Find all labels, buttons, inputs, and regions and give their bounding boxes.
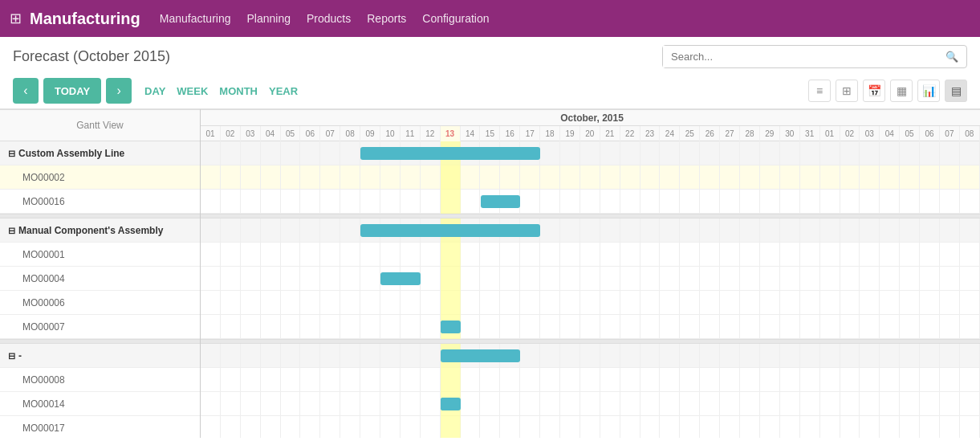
period-day[interactable]: DAY [144, 85, 165, 97]
gantt-cell-5-6 [320, 243, 340, 267]
nav-planning[interactable]: Planning [247, 12, 291, 25]
day-cell-24: 24 [660, 126, 680, 142]
gantt-cell-12-29 [780, 392, 800, 416]
gantt-cell-7-20 [600, 291, 620, 315]
gantt-cell-0-27 [740, 141, 760, 165]
gantt-cell-1-34 [880, 165, 900, 190]
gantt-left-row-1[interactable]: MO00002 [0, 165, 200, 190]
gantt-cell-8-21 [620, 315, 640, 339]
prev-button[interactable]: ‹ [13, 78, 39, 104]
gantt-left-row-6[interactable]: MO00004 [0, 267, 200, 291]
gantt-left-row-13[interactable]: MO00017 [0, 416, 200, 438]
gantt-cell-0-29 [780, 141, 800, 165]
gantt-right-panel[interactable]: October, 2015 01020304050607080910111213… [201, 109, 980, 438]
gantt-cell-1-3 [261, 165, 281, 190]
gantt-cell-0-37 [940, 141, 960, 165]
gantt-cell-13-32 [840, 416, 860, 439]
day-cell-01: 01 [201, 126, 221, 142]
gantt-cell-7-25 [700, 291, 720, 315]
gantt-left-row-0[interactable]: ⊟Custom Assembly Line [0, 141, 200, 165]
gantt-cell-4-6 [320, 218, 340, 243]
nav-reports[interactable]: Reports [367, 12, 406, 25]
gantt-cell-11-9 [380, 368, 401, 392]
gantt-cell-1-13 [461, 165, 481, 190]
gantt-left-row-4[interactable]: ⊟Manual Component's Assembly [0, 218, 200, 243]
gantt-cell-0-28 [760, 141, 780, 165]
gantt-cell-8-1 [221, 315, 241, 339]
gantt-cell-0-32 [840, 141, 860, 165]
gantt-cells-10 [201, 344, 980, 368]
gantt-cell-12-16 [520, 392, 540, 416]
gantt-left-row-5[interactable]: MO00001 [0, 243, 200, 267]
gantt-cell-5-5 [300, 243, 320, 267]
view-chart[interactable]: 📊 [917, 80, 940, 102]
gantt-cell-1-32 [840, 165, 860, 190]
gantt-left-row-11[interactable]: MO00008 [0, 368, 200, 392]
app-grid-icon[interactable]: ⊞ [10, 10, 22, 27]
view-calendar[interactable]: 📅 [863, 80, 885, 102]
gantt-cell-11-38 [960, 368, 980, 392]
gantt-cell-11-4 [281, 368, 301, 392]
gantt-cell-0-3 [261, 141, 281, 165]
search-input[interactable] [663, 46, 937, 67]
period-week[interactable]: WEEK [177, 85, 208, 97]
period-buttons: DAY WEEK MONTH YEAR [144, 85, 298, 97]
gantt-cell-2-11 [421, 190, 441, 214]
view-kanban[interactable]: ⊞ [836, 80, 858, 102]
gantt-cell-11-8 [360, 368, 380, 392]
gantt-cell-7-7 [340, 291, 360, 315]
gantt-cell-7-18 [560, 291, 580, 315]
next-button[interactable]: › [106, 78, 132, 104]
gantt-cell-8-3 [261, 315, 281, 339]
gantt-cell-6-26 [720, 267, 740, 291]
gantt-cell-7-19 [580, 291, 600, 315]
period-year[interactable]: YEAR [269, 85, 298, 97]
gantt-cell-7-17 [540, 291, 560, 315]
gantt-cells-7 [201, 291, 980, 315]
gantt-cell-2-28 [760, 190, 780, 214]
view-table[interactable]: ▦ [890, 80, 913, 102]
gantt-left-row-7[interactable]: MO00006 [0, 291, 200, 315]
day-cell-10: 10 [380, 126, 401, 142]
gantt-cell-1-27 [740, 165, 760, 190]
gantt-cell-4-0 [201, 218, 221, 243]
day-cell-01: 01 [820, 126, 840, 142]
gantt-cell-6-0 [201, 267, 221, 291]
gantt-cell-4-29 [780, 218, 800, 243]
view-list[interactable]: ≡ [808, 80, 831, 102]
gantt-cell-7-4 [281, 291, 301, 315]
gantt-cell-1-7 [340, 165, 360, 190]
gantt-cell-12-22 [640, 392, 661, 416]
gantt-cell-8-14 [480, 315, 500, 339]
gantt-cell-2-2 [241, 190, 261, 214]
gantt-cell-5-12 [441, 243, 461, 267]
gantt-left-row-2[interactable]: MO00016 [0, 190, 200, 214]
gantt-left-row-10[interactable]: ⊟- [0, 344, 200, 368]
gantt-cell-7-31 [820, 291, 840, 315]
nav-products[interactable]: Products [307, 12, 351, 25]
gantt-cell-10-2 [241, 344, 261, 368]
gantt-left-row-8[interactable]: MO00007 [0, 315, 200, 339]
gantt-cell-6-4 [281, 267, 301, 291]
gantt-cell-10-20 [600, 344, 620, 368]
nav-manufacturing[interactable]: Manufacturing [160, 12, 231, 25]
nav-configuration[interactable]: Configuration [422, 12, 489, 25]
gantt-cell-12-9 [380, 392, 401, 416]
gantt-cell-12-7 [340, 392, 360, 416]
view-gantt[interactable]: ▤ [945, 80, 967, 102]
gantt-cell-5-27 [740, 243, 760, 267]
gantt-left-row-12[interactable]: MO00014 [0, 392, 200, 416]
gantt-cell-7-9 [380, 291, 401, 315]
gantt-cell-6-21 [620, 267, 640, 291]
gantt-cell-6-17 [540, 267, 560, 291]
period-month[interactable]: MONTH [219, 85, 258, 97]
gantt-cell-2-12 [441, 190, 461, 214]
search-icon[interactable]: 🔍 [937, 46, 966, 67]
day-cell-04: 04 [880, 126, 900, 142]
gantt-cell-13-28 [760, 416, 780, 439]
gantt-cell-11-23 [660, 368, 680, 392]
gantt-cell-5-1 [221, 243, 241, 267]
gantt-cell-4-35 [900, 218, 920, 243]
gantt-cell-5-35 [900, 243, 920, 267]
today-button[interactable]: TODAY [43, 78, 101, 104]
